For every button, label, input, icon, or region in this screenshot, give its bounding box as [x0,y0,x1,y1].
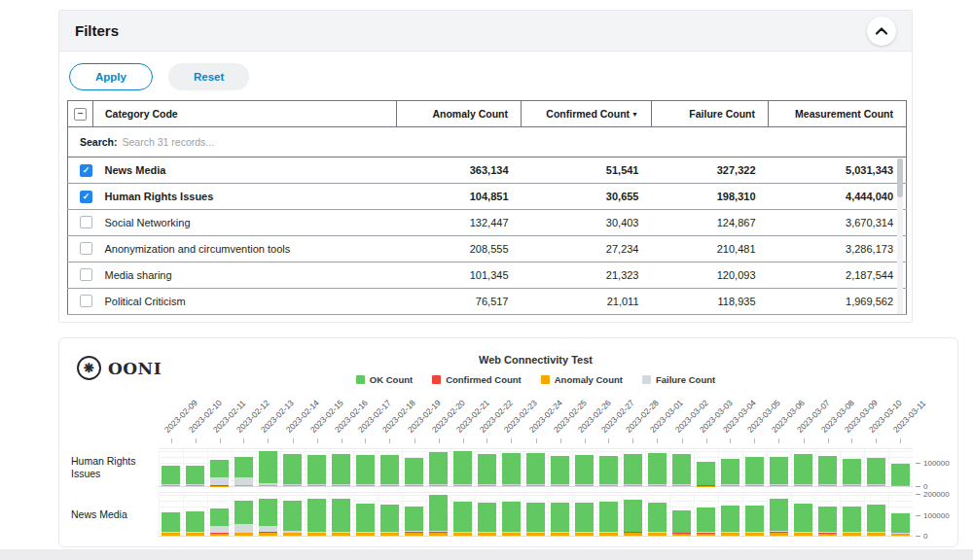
stacked-bar[interactable] [405,493,423,536]
stacked-bar[interactable] [380,493,399,536]
row-checkbox[interactable] [80,242,92,255]
stacked-bar[interactable] [332,493,350,536]
legend-item[interactable]: OK Count [356,374,413,385]
stacked-bar[interactable] [162,493,180,536]
stacked-bar[interactable] [551,449,569,486]
stacked-bar[interactable] [599,493,618,536]
legend-item[interactable]: Failure Count [642,374,715,385]
search-input[interactable] [123,136,414,148]
stacked-bar[interactable] [307,493,326,536]
stacked-bar[interactable] [478,449,496,486]
bar-segment [332,454,350,484]
select-all-checkbox[interactable]: – [74,108,87,121]
col-header-category[interactable]: Category Code [93,101,397,127]
stacked-bar[interactable] [745,449,764,486]
stacked-bar[interactable] [770,493,788,536]
stacked-bar[interactable] [697,493,715,536]
stacked-bar[interactable] [332,449,350,486]
stacked-bar[interactable] [672,449,691,486]
stacked-bar[interactable] [234,449,253,486]
stacked-bar[interactable] [356,449,375,486]
col-header-measurement[interactable]: Measurement Count [769,101,907,127]
stacked-bar[interactable] [843,493,861,536]
stacked-bar[interactable] [697,449,715,486]
stacked-bar[interactable] [721,449,739,486]
stacked-bar[interactable] [234,493,253,536]
row-checkbox[interactable] [80,268,92,281]
stacked-bar[interactable] [356,493,375,536]
table-row[interactable]: Media sharing101,34521,323120,0932,187,5… [68,262,907,289]
row-checkbox[interactable] [80,216,92,228]
table-row[interactable]: Social Networking132,44730,403124,8673,6… [68,210,907,236]
stacked-bar[interactable] [429,449,448,486]
row-checkbox[interactable]: ✓ [80,191,92,203]
stacked-bar[interactable] [526,449,545,486]
row-checkbox[interactable] [80,295,92,307]
subplot-1 [159,492,913,537]
confirmed-cell: 30,403 [522,210,652,236]
stacked-bar[interactable] [794,449,812,486]
bar-segment [429,495,448,531]
stacked-bar[interactable] [818,493,837,536]
stacked-bar[interactable] [672,493,691,536]
stacked-bar[interactable] [186,449,204,486]
stacked-bar[interactable] [770,449,788,486]
col-header-confirmed[interactable]: Confirmed Count▼ [522,101,652,127]
legend-item[interactable]: Anomaly Count [541,374,623,385]
table-row[interactable]: ✓Human Rights Issues104,85130,655198,310… [68,184,907,210]
bar-slot [353,493,378,536]
stacked-bar[interactable] [818,449,837,486]
table-scrollbar[interactable] [897,158,903,314]
collapse-button[interactable] [867,17,896,46]
stacked-bar[interactable] [453,449,472,486]
stacked-bar[interactable] [526,493,545,536]
stacked-bar[interactable] [380,449,399,486]
y-axis-tick-label: 100000 [916,460,950,468]
legend-item[interactable]: Confirmed Count [432,374,522,385]
stacked-bar[interactable] [283,493,302,536]
table-row[interactable]: Political Criticism76,51721,011118,9351,… [68,289,907,315]
stacked-bar[interactable] [210,493,229,536]
bar-slot [499,493,523,536]
stacked-bar[interactable] [648,493,667,536]
apply-button[interactable]: Apply [69,63,153,90]
stacked-bar[interactable] [405,449,423,486]
failure-cell: 198,310 [652,184,769,210]
stacked-bar[interactable] [551,493,569,536]
stacked-bar[interactable] [259,449,277,486]
stacked-bar[interactable] [502,493,521,536]
stacked-bar[interactable] [453,493,472,536]
stacked-bar[interactable] [745,493,764,536]
stacked-bar[interactable] [307,449,326,486]
stacked-bar[interactable] [891,449,910,486]
stacked-bar[interactable] [283,449,302,486]
stacked-bar[interactable] [599,449,618,486]
table-row[interactable]: ✓News Media363,13451,541327,3225,031,343 [68,158,907,184]
table-row[interactable]: Anonymization and circumvention tools208… [68,236,907,262]
stacked-bar[interactable] [624,449,642,486]
stacked-bar[interactable] [162,449,180,486]
stacked-bar[interactable] [186,493,204,536]
stacked-bar[interactable] [867,493,885,536]
bar-slot [888,493,913,536]
stacked-bar[interactable] [210,449,229,486]
scrollbar-thumb[interactable] [897,158,903,197]
stacked-bar[interactable] [575,449,594,486]
x-axis-tick [632,438,633,443]
stacked-bar[interactable] [648,449,667,486]
stacked-bar[interactable] [794,493,812,536]
stacked-bar[interactable] [867,449,885,486]
stacked-bar[interactable] [478,493,496,536]
stacked-bar[interactable] [891,493,910,536]
stacked-bar[interactable] [429,493,448,536]
row-checkbox[interactable]: ✓ [80,164,92,177]
stacked-bar[interactable] [259,493,277,536]
stacked-bar[interactable] [624,493,642,536]
stacked-bar[interactable] [502,449,521,486]
col-header-anomaly[interactable]: Anomaly Count [397,101,522,127]
col-header-failure[interactable]: Failure Count [652,101,769,127]
stacked-bar[interactable] [575,493,594,536]
stacked-bar[interactable] [721,493,739,536]
stacked-bar[interactable] [843,449,861,486]
reset-button[interactable]: Reset [168,63,249,90]
